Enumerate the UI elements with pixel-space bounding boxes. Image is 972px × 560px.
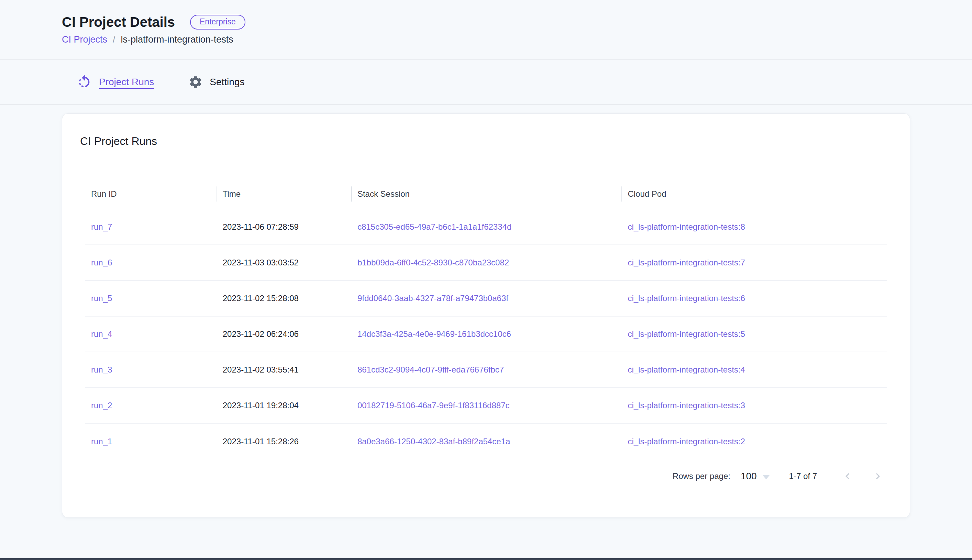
enterprise-badge: Enterprise [190,15,246,30]
table-row: run_5 2023-11-02 15:28:08 9fdd0640-3aab-… [85,280,887,316]
runs-table-body: run_7 2023-11-06 07:28:59 c815c305-ed65-… [85,209,887,459]
stack-session-link[interactable]: 861cd3c2-9094-4c07-9fff-eda76676fbc7 [358,365,504,374]
table-row: run_6 2023-11-03 03:03:52 b1bb09da-6ff0-… [85,245,887,280]
tab-project-runs[interactable]: Project Runs [76,74,154,90]
cloud-pod-link[interactable]: ci_ls-platform-integration-tests:8 [627,222,745,232]
table-row: run_3 2023-11-02 03:55:41 861cd3c2-9094-… [85,352,887,388]
cloud-pod-link[interactable]: ci_ls-platform-integration-tests:7 [627,258,745,267]
chevron-right-icon [872,470,884,482]
cloud-pod-link[interactable]: ci_ls-platform-integration-tests:4 [627,365,745,374]
time-cell: 2023-11-01 19:28:04 [223,401,299,410]
tab-bar: Project Runs Settings [0,60,972,104]
breadcrumb-separator: / [113,34,115,45]
time-cell: 2023-11-02 03:55:41 [223,365,299,374]
runs-card: CI Project Runs Run ID Time Stack Sessio… [62,113,910,518]
stack-session-link[interactable]: 14dc3f3a-425a-4e0e-9469-161b3dcc10c6 [358,329,511,338]
stack-session-link[interactable]: 00182719-5106-46a7-9e9f-1f83116d887c [358,401,510,410]
tab-settings-label: Settings [210,77,244,88]
bottom-bar [0,558,972,560]
cloud-pod-link[interactable]: ci_ls-platform-integration-tests:3 [627,401,745,410]
run-id-link[interactable]: run_6 [91,258,112,267]
time-cell: 2023-11-01 15:28:26 [223,437,299,446]
chevron-down-icon [762,475,770,479]
page-header: CI Project Details Enterprise CI Project… [0,0,972,59]
run-id-link[interactable]: run_5 [91,293,112,303]
run-id-link[interactable]: run_4 [91,329,112,338]
breadcrumb-current: ls-platform-integration-tests [121,34,233,45]
card-title: CI Project Runs [80,134,892,148]
column-header-time: Time [216,179,351,209]
cloud-pod-link[interactable]: ci_ls-platform-integration-tests:6 [627,293,745,303]
stack-session-link[interactable]: b1bb09da-6ff0-4c52-8930-c870ba23c082 [358,258,509,267]
tab-settings[interactable]: Settings [188,75,244,89]
column-header-cloud-pod: Cloud Pod [621,179,887,209]
run-id-link[interactable]: run_3 [91,365,112,374]
pagination-range: 1-7 of 7 [789,472,817,481]
column-header-run-id: Run ID [85,179,216,209]
time-cell: 2023-11-03 03:03:52 [223,258,299,267]
stack-session-link[interactable]: 9fdd0640-3aab-4327-a78f-a79473b0a63f [358,293,509,303]
column-header-stack-session: Stack Session [351,179,622,209]
chevron-left-icon [842,470,854,482]
tabs-divider [0,104,972,105]
time-cell: 2023-11-02 06:24:06 [223,329,299,338]
next-page-button[interactable] [868,467,887,485]
table-row: run_2 2023-11-01 19:28:04 00182719-5106-… [85,388,887,423]
rows-per-page-select[interactable]: 100 [741,471,770,482]
table-row: run_1 2023-11-01 15:28:26 8a0e3a66-1250-… [85,423,887,459]
gear-icon [188,75,203,89]
prev-page-button[interactable] [838,467,857,485]
run-id-link[interactable]: run_7 [91,222,112,232]
pagination: Rows per page: 100 1-7 of 7 [85,462,887,490]
rows-per-page-value: 100 [741,471,757,482]
runs-table: Run ID Time Stack Session Cloud Pod run_… [85,179,887,459]
page-title: CI Project Details [62,13,175,31]
table-row: run_4 2023-11-02 06:24:06 14dc3f3a-425a-… [85,316,887,352]
time-cell: 2023-11-02 15:28:08 [223,293,299,303]
stack-session-link[interactable]: 8a0e3a66-1250-4302-83af-b89f2a54ce1a [358,437,510,446]
table-row: run_7 2023-11-06 07:28:59 c815c305-ed65-… [85,209,887,245]
stack-session-link[interactable]: c815c305-ed65-49a7-b6c1-1a1a1f62334d [358,222,512,232]
rows-per-page-label: Rows per page: [673,472,730,481]
run-id-link[interactable]: run_1 [91,437,112,446]
run-id-link[interactable]: run_2 [91,401,112,410]
time-cell: 2023-11-06 07:28:59 [223,222,299,232]
breadcrumb: CI Projects / ls-platform-integration-te… [62,34,910,59]
breadcrumb-link-ci-projects[interactable]: CI Projects [62,34,107,45]
cloud-pod-link[interactable]: ci_ls-platform-integration-tests:5 [627,329,745,338]
tab-project-runs-label: Project Runs [99,77,154,88]
history-icon [76,74,92,90]
table-header-row: Run ID Time Stack Session Cloud Pod [85,179,887,209]
cloud-pod-link[interactable]: ci_ls-platform-integration-tests:2 [627,437,745,446]
